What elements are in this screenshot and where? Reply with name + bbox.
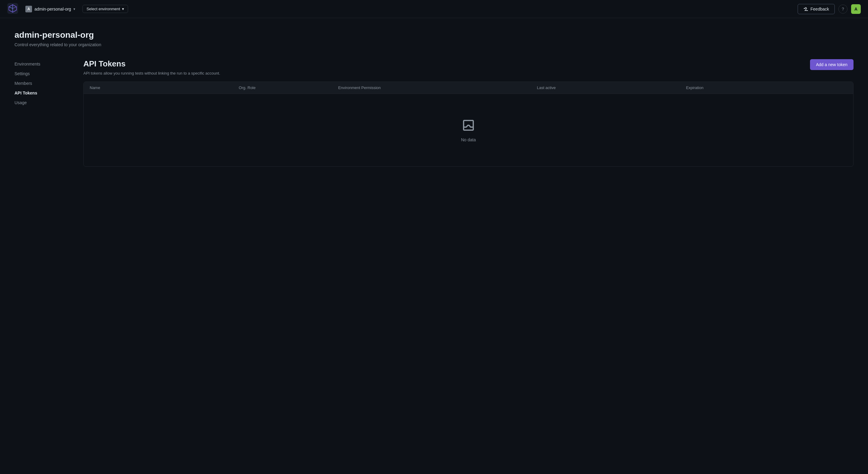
help-label: ?: [842, 7, 844, 11]
table-header: Name Org. Role Environment Permission La…: [84, 82, 853, 94]
section-header: API Tokens API tokens allow you running …: [83, 59, 854, 75]
sidebar-item-api-tokens[interactable]: API Tokens: [14, 88, 69, 98]
org-avatar: A: [25, 6, 32, 12]
inbox-tray-icon: [461, 118, 476, 134]
user-avatar[interactable]: A: [851, 4, 861, 14]
header-right: Feedback ? A: [798, 4, 861, 14]
sidebar-item-environments[interactable]: Environments: [14, 59, 69, 69]
org-name-label: admin-personal-org: [34, 7, 71, 11]
column-org-role: Org. Role: [239, 86, 338, 90]
help-button[interactable]: ?: [838, 4, 847, 13]
section-title: API Tokens: [83, 59, 220, 68]
add-token-button[interactable]: Add a new token: [810, 59, 854, 70]
page-container: admin-personal-org Control everything re…: [0, 18, 868, 179]
column-last-active: Last active: [537, 86, 686, 90]
section-header-text: API Tokens API tokens allow you running …: [83, 59, 220, 75]
sidebar-item-settings[interactable]: Settings: [14, 69, 69, 78]
page-subtitle: Control everything related to your organ…: [14, 42, 854, 47]
page-title: admin-personal-org: [14, 30, 854, 40]
column-actions: [835, 86, 847, 90]
column-expiration: Expiration: [686, 86, 835, 90]
main-content: API Tokens API tokens allow you running …: [83, 59, 854, 167]
org-selector[interactable]: A admin-personal-org ▾: [23, 4, 78, 13]
api-tokens-table: Name Org. Role Environment Permission La…: [83, 82, 854, 167]
column-env-permission: Environment Permission: [338, 86, 537, 90]
sidebar: Environments Settings Members API Tokens…: [14, 59, 69, 167]
env-select-label: Select environment: [86, 7, 120, 11]
empty-state-text: No data: [461, 137, 476, 142]
table-empty-state: No data: [84, 94, 853, 166]
environment-select-button[interactable]: Select environment ▾: [83, 5, 128, 13]
chevron-down-icon: ▾: [73, 7, 75, 11]
section-description: API tokens allow you running tests witho…: [83, 71, 220, 75]
slack-icon: [803, 7, 808, 11]
feedback-label: Feedback: [811, 7, 829, 11]
content-layout: Environments Settings Members API Tokens…: [14, 59, 854, 167]
column-name: Name: [90, 86, 239, 90]
sidebar-item-usage[interactable]: Usage: [14, 98, 69, 107]
header: A admin-personal-org ▾ Select environmen…: [0, 0, 868, 18]
sidebar-item-members[interactable]: Members: [14, 78, 69, 88]
feedback-button[interactable]: Feedback: [798, 4, 835, 14]
chevron-down-icon: ▾: [122, 7, 124, 11]
app-logo[interactable]: [7, 3, 18, 15]
